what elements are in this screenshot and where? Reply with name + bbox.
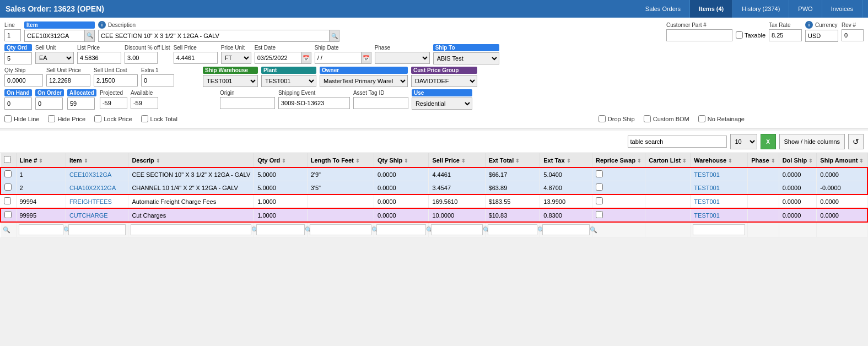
item-search-button[interactable]: 🔍 [85,30,95,42]
th-sell-price[interactable]: Sell Price ⇕ [429,153,485,167]
on-hand-input[interactable] [4,98,32,110]
search-line-input[interactable] [19,224,63,235]
sell-unit-cost-input[interactable] [94,74,138,86]
est-date-input[interactable] [255,52,301,64]
select-all-checkbox[interactable] [4,156,11,163]
row2-reprice-checkbox[interactable] [596,183,603,191]
search-descrip-input[interactable] [131,224,251,235]
row1-reprice-checkbox[interactable] [596,170,603,177]
th-ext-tax[interactable]: Ext Tax ⇕ [540,153,592,167]
phase-select[interactable] [375,52,430,64]
th-item[interactable]: Item ⇕ [66,153,128,167]
row1-item-link[interactable]: CEE10X312GA [69,171,111,178]
row99995-reprice-checkbox[interactable] [596,211,603,218]
sell-price-input[interactable] [174,52,218,64]
line-input[interactable] [4,29,21,41]
table-search-input[interactable] [628,136,727,148]
tab-invoices[interactable]: Invoices [822,0,862,18]
cell-item[interactable]: CUTCHARGE [66,208,128,222]
row1-checkbox[interactable] [4,170,12,177]
rev-input[interactable] [842,29,864,41]
cell-item[interactable]: CEE10X312GA [66,167,128,181]
item-input[interactable] [24,30,85,42]
search-length-input[interactable] [310,224,371,235]
origin-input[interactable] [220,97,275,109]
cust-price-group-select[interactable]: DAVIDTDEF [411,75,477,87]
owner-select[interactable]: MasterTest Primary Warel [320,75,408,87]
description-info-icon[interactable]: i [98,21,106,29]
hide-line-checkbox[interactable] [4,115,12,122]
search-qty-ship-input[interactable] [376,224,426,235]
customer-part-input[interactable] [666,29,732,41]
th-qty-ship[interactable]: Qty Ship ⇕ [374,153,429,167]
th-warehouse[interactable]: Warehouse ⇕ [691,153,748,167]
search-ext-total-input[interactable] [488,224,538,235]
th-ship-amount[interactable]: Ship Amount ⇕ [817,153,867,167]
allocated-input[interactable] [67,98,95,110]
asset-tag-input[interactable] [353,97,408,109]
currency-input[interactable] [805,30,838,42]
export-excel-button[interactable]: X [761,134,776,149]
qty-ship-input[interactable] [4,74,43,86]
th-phase[interactable]: Phase ⇕ [748,153,779,167]
row2-item-link[interactable]: CHA10X2X12GA [69,185,116,191]
tax-rate-input[interactable] [769,29,802,41]
cell-warehouse[interactable]: TEST001 [691,181,748,195]
row99994-item-link[interactable]: FREIGHTFEES [69,198,112,205]
sell-unit-price-input[interactable] [46,74,90,86]
available-input[interactable] [131,97,158,109]
custom-bom-checkbox[interactable] [644,115,651,122]
list-price-input[interactable] [77,52,121,64]
row99994-checkbox[interactable] [4,197,11,204]
row2-checkbox[interactable] [4,183,12,191]
row99995-checkbox[interactable] [4,211,12,218]
on-order-input[interactable] [35,98,63,110]
th-length[interactable]: Length To Feet ⇕ [307,153,374,167]
tab-history[interactable]: History (2374) [733,0,789,18]
cell-item[interactable]: CHA10X2X12GA [66,181,128,195]
row2-warehouse-link[interactable]: TEST001 [694,185,719,191]
th-qty-ord[interactable]: Qty Ord ⇕ [254,153,308,167]
sell-unit-select[interactable]: EA [35,52,74,64]
no-retainage-checkbox[interactable] [698,115,705,122]
description-input[interactable] [98,30,330,42]
ship-warehouse-select[interactable]: TEST001 [203,75,258,87]
tab-pwo[interactable]: PWO [789,0,822,18]
search-item-input[interactable] [68,224,126,235]
drop-ship-checkbox[interactable] [599,115,606,122]
row99994-warehouse-link[interactable]: TEST001 [694,198,719,205]
description-search-button[interactable]: 🔍 [330,30,339,42]
cell-item[interactable]: FREIGHTFEES [66,194,128,208]
use-select[interactable]: Residential [412,98,472,110]
taxable-checkbox[interactable] [736,31,743,39]
cell-warehouse[interactable]: TEST001 [691,167,748,181]
est-date-calendar-button[interactable]: 📅 [301,52,311,64]
per-page-select[interactable]: 10 25 50 100 [730,134,757,149]
cell-warehouse[interactable]: TEST001 [691,194,748,208]
qty-ord-input[interactable] [4,52,32,64]
search-qty-ord-input[interactable] [256,224,305,235]
th-reprice-swap[interactable]: Reprice Swap ⇕ [592,153,645,167]
search-warehouse-input[interactable] [693,224,745,235]
table-scroll-area[interactable]: Line # ⇕ Item ⇕ Descrip ⇕ Qty Ord ⇕ Leng… [0,153,868,237]
th-dol-ship[interactable]: Dol Ship ⇕ [779,153,817,167]
th-descrip[interactable]: Descrip ⇕ [128,153,254,167]
th-ext-total[interactable]: Ext Total ⇕ [485,153,540,167]
th-carton-list[interactable]: Carton List ⇕ [645,153,691,167]
ship-date-input[interactable] [315,52,362,64]
price-unit-select[interactable]: FT [221,52,251,64]
row1-warehouse-link[interactable]: TEST001 [694,171,719,178]
shipping-event-input[interactable] [278,97,350,109]
tab-items[interactable]: Items (4) [690,0,733,18]
search-ext-tax-input[interactable] [542,224,590,235]
extra1-input[interactable] [141,74,174,86]
search-sell-price-input[interactable] [431,224,482,235]
lock-price-checkbox[interactable] [94,115,101,122]
th-line[interactable]: Line # ⇕ [16,153,66,167]
show-hide-columns-button[interactable]: Show / hide columns [779,134,845,149]
tab-sales-orders[interactable]: Sales Orders [637,0,690,18]
discount-input[interactable] [125,52,158,64]
projected-input[interactable] [100,97,127,109]
cell-warehouse[interactable]: TEST001 [691,208,748,222]
currency-info-icon[interactable]: i [805,21,813,29]
